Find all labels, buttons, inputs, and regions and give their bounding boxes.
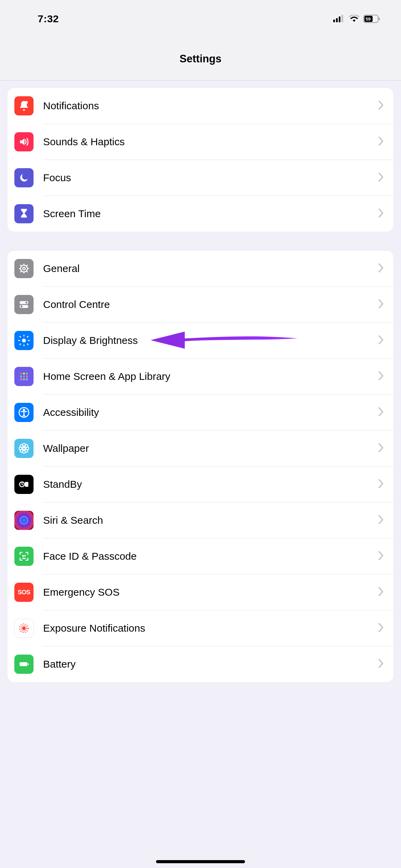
row-label: Battery [43, 658, 378, 670]
battery-icon: 59 [363, 15, 380, 23]
row-controlcentre[interactable]: Control Centre [8, 287, 393, 322]
row-label: Focus [43, 172, 378, 184]
svg-point-9 [21, 265, 27, 272]
row-notifications[interactable]: Notifications [8, 88, 393, 124]
svg-point-8 [25, 101, 28, 104]
svg-rect-23 [23, 379, 25, 381]
status-time: 7:32 [38, 13, 59, 25]
speaker-icon [14, 132, 34, 151]
svg-text:59: 59 [366, 16, 371, 22]
chevron-right-icon [378, 515, 387, 525]
chevron-right-icon [378, 173, 387, 183]
sos-icon: SOS [14, 583, 34, 602]
chevron-right-icon [378, 443, 387, 454]
row-general[interactable]: General [8, 251, 393, 286]
row-label: Screen Time [43, 208, 378, 220]
chevron-right-icon [378, 371, 387, 382]
clock-card-icon [14, 475, 34, 494]
row-sounds[interactable]: Sounds & Haptics [8, 124, 393, 160]
row-exposure[interactable]: Exposure Notifications [8, 610, 393, 646]
wifi-icon [349, 13, 359, 25]
flower-icon [14, 439, 34, 458]
row-label: Accessibility [43, 406, 378, 419]
home-indicator [156, 860, 245, 863]
svg-rect-22 [20, 379, 22, 381]
cellular-icon [333, 13, 345, 25]
row-label: Sounds & Haptics [43, 136, 378, 148]
row-label: Emergency SOS [43, 586, 378, 598]
page-title: Settings [0, 38, 401, 80]
row-focus[interactable]: Focus [8, 160, 393, 196]
svg-point-27 [23, 447, 25, 449]
svg-rect-24 [26, 379, 28, 381]
grid-icon [14, 367, 34, 386]
svg-rect-2 [339, 16, 340, 22]
faceid-icon [14, 547, 34, 566]
row-label: Wallpaper [43, 442, 378, 455]
settings-group-1: Notifications Sounds & Haptics Focus Scr… [8, 88, 393, 232]
hourglass-icon [14, 204, 34, 223]
svg-point-38 [20, 517, 28, 524]
svg-rect-0 [333, 20, 335, 22]
status-indicators: 59 [333, 13, 380, 25]
chevron-right-icon [378, 479, 387, 489]
row-wallpaper[interactable]: Wallpaper [8, 431, 393, 466]
bell-icon [14, 96, 34, 115]
chevron-right-icon [378, 587, 387, 597]
svg-point-15 [22, 338, 26, 342]
chevron-right-icon [378, 101, 387, 111]
row-label: Home Screen & App Library [43, 370, 378, 383]
svg-rect-18 [26, 373, 28, 375]
svg-rect-1 [336, 18, 338, 22]
row-label: Display & Brightness [43, 334, 378, 347]
chevron-right-icon [378, 659, 387, 669]
chevron-right-icon [378, 209, 387, 219]
row-label: Exposure Notifications [43, 622, 378, 634]
gear-icon [14, 259, 34, 278]
row-label: Notifications [43, 100, 378, 112]
chevron-right-icon [378, 299, 387, 310]
svg-point-14 [21, 306, 23, 308]
svg-rect-3 [341, 15, 343, 22]
svg-rect-17 [23, 373, 25, 375]
svg-rect-7 [379, 17, 380, 20]
status-bar: 7:32 59 [0, 0, 401, 38]
row-label: Siri & Search [43, 514, 378, 526]
toggles-icon [14, 295, 34, 314]
svg-rect-37 [25, 482, 28, 487]
exposure-icon [14, 619, 34, 638]
sun-icon [14, 331, 34, 350]
row-homescreen[interactable]: Home Screen & App Library [8, 359, 393, 394]
row-faceid[interactable]: Face ID & Passcode [8, 538, 393, 574]
chevron-right-icon [378, 623, 387, 633]
chevron-right-icon [378, 551, 387, 561]
moon-icon [14, 168, 34, 187]
row-display[interactable]: Display & Brightness [8, 323, 393, 358]
svg-rect-20 [23, 375, 25, 377]
row-accessibility[interactable]: Accessibility [8, 395, 393, 430]
row-battery[interactable]: Battery [8, 646, 393, 682]
row-standby[interactable]: StandBy [8, 467, 393, 502]
chevron-right-icon [378, 407, 387, 418]
chevron-right-icon [378, 263, 387, 274]
svg-rect-43 [28, 663, 29, 665]
svg-rect-42 [20, 662, 27, 666]
svg-rect-19 [20, 375, 22, 377]
settings-group-2: General Control Centre Display & Brightn… [8, 251, 393, 682]
svg-point-26 [23, 409, 25, 411]
svg-rect-16 [20, 373, 22, 375]
row-screentime[interactable]: Screen Time [8, 196, 393, 232]
row-sos[interactable]: SOS Emergency SOS [8, 574, 393, 610]
chevron-right-icon [378, 335, 387, 346]
row-label: StandBy [43, 478, 378, 491]
svg-point-12 [25, 302, 27, 304]
row-siri[interactable]: Siri & Search [8, 503, 393, 538]
battery-row-icon [14, 655, 34, 674]
siri-icon [14, 511, 34, 530]
svg-rect-21 [26, 375, 28, 377]
svg-point-39 [23, 627, 26, 630]
row-label: Control Centre [43, 298, 378, 311]
row-label: Face ID & Passcode [43, 550, 378, 562]
accessibility-icon [14, 403, 34, 422]
chevron-right-icon [378, 137, 387, 147]
